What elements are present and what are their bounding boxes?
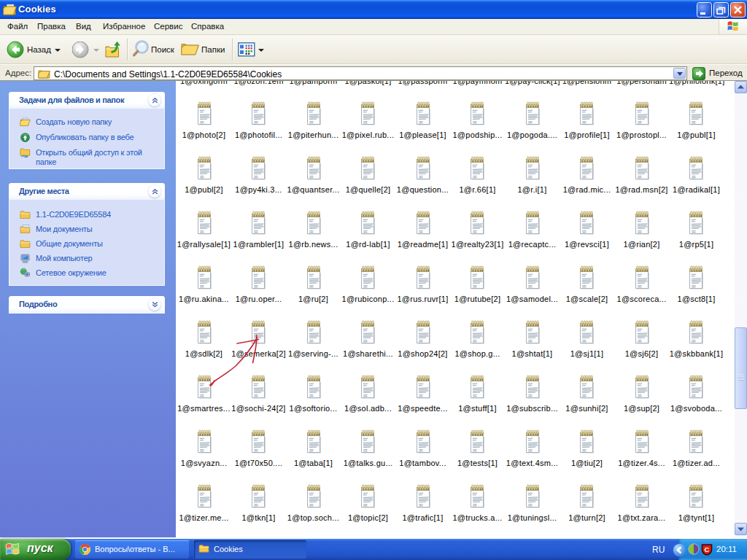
svg-text:C: C <box>705 545 710 553</box>
